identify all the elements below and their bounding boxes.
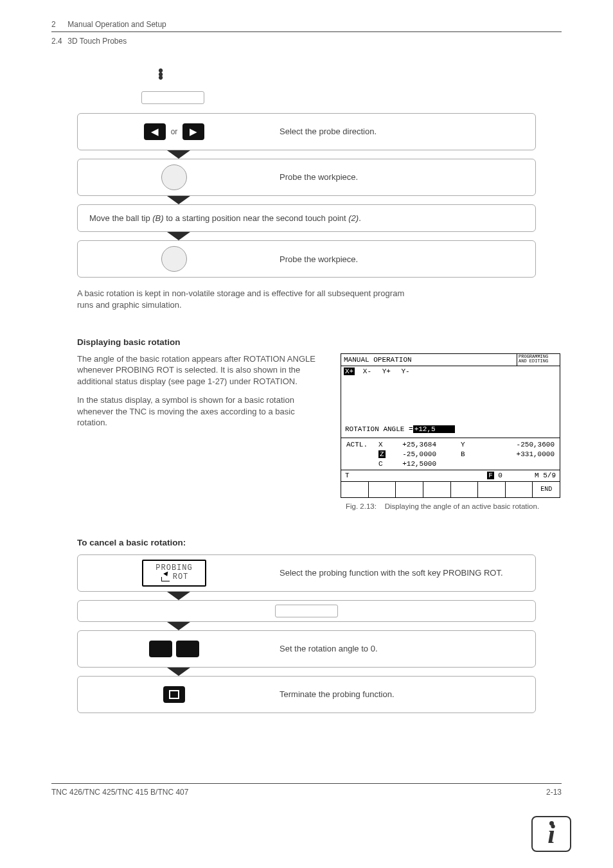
softkey[interactable] <box>423 482 451 497</box>
actual-values: ACTL. X+25,3684 Y-250,3600 Z-25,0000 B+3… <box>341 438 560 470</box>
val-b: +331,0000 <box>471 450 556 459</box>
numeric-key[interactable] <box>149 641 172 657</box>
flow-arrow-icon <box>167 592 190 600</box>
footer-left: TNC 426/TNC 425/TNC 415 B/TNC 407 <box>51 787 188 797</box>
val-y: -250,3600 <box>471 440 556 450</box>
softkey-line1: PROBING <box>155 564 192 572</box>
end-icon <box>169 690 179 699</box>
section-number: 2.4 <box>51 36 66 46</box>
flow-arrow-icon <box>167 232 190 240</box>
nc-start-button[interactable] <box>161 164 187 190</box>
screen-mode-label: PROGRAMMING AND EDITING <box>517 354 560 366</box>
arrow-right-key[interactable]: ▶ <box>182 123 204 140</box>
m-label: M <box>535 472 539 479</box>
step-text: Select the probing function with the sof… <box>271 561 535 585</box>
m-value: 5/9 <box>543 472 556 479</box>
softkey-row: END <box>341 481 560 497</box>
val-c: +12,5000 <box>389 459 438 469</box>
mode-line: AND EDITING <box>519 359 558 364</box>
step-select-direction: ◀ or ▶ Select the probe direction. <box>77 113 536 150</box>
paragraph: In the status display, a symbol is shown… <box>77 394 321 429</box>
chapter-number: 2 <box>51 19 66 30</box>
footer-right: 2-13 <box>546 787 562 797</box>
f-value: 0 <box>498 472 502 479</box>
step-move-text: Move the ball tip (B) to a starting posi… <box>77 204 536 233</box>
step-probe-2: Probe the workpiece. <box>77 240 536 278</box>
axis-softkeys: X+ X- Y+ Y- <box>341 366 560 376</box>
step-text: Probe the workpiece. <box>271 247 535 272</box>
softkey[interactable] <box>451 482 479 497</box>
screen-title: MANUAL OPERATION <box>344 355 514 365</box>
numeric-key[interactable] <box>176 641 199 657</box>
axis-xplus[interactable]: X+ <box>344 368 355 375</box>
rotation-label: ROTATION ANGLE = <box>345 425 413 433</box>
ref-b: (B) <box>152 213 163 223</box>
softkey[interactable] <box>478 482 506 497</box>
flow-arrow-icon <box>167 668 190 676</box>
or-label: or <box>171 127 178 137</box>
screen-mock: MANUAL OPERATION PROGRAMMING AND EDITING… <box>341 353 560 498</box>
rotation-value[interactable]: +12,5 <box>413 425 455 433</box>
probing-rot-softkey[interactable]: PROBING ROT <box>142 560 206 587</box>
page-footer: TNC 426/TNC 425/TNC 415 B/TNC 407 2-13 <box>51 783 562 797</box>
chapter-header: 2 Manual Operation and Setup <box>51 19 562 30</box>
val-x: +25,3684 <box>389 440 438 450</box>
continuation-dots-icon: ••• <box>154 69 167 80</box>
figure-caption: Fig. 2.13: Displaying the angle of an ac… <box>346 502 560 512</box>
nc-start-button[interactable] <box>161 246 187 272</box>
step-text: Set the rotation angle to 0. <box>271 637 535 661</box>
softkey-line2: ROT <box>173 573 189 581</box>
softkey-end[interactable]: END <box>533 482 560 497</box>
softkey[interactable] <box>369 482 396 497</box>
section-header: 2.4 3D Touch Probes <box>51 36 562 46</box>
subheading-display: Displaying basic rotation <box>77 337 562 348</box>
softkey-placeholder[interactable] <box>141 91 204 104</box>
step-cancel-zero: Set the rotation angle to 0. <box>77 630 536 668</box>
softkey[interactable] <box>506 482 533 497</box>
f-label: F <box>487 472 494 479</box>
flow-arrow-icon <box>167 150 190 159</box>
figure-text: Displaying the angle of an active basic … <box>385 502 539 510</box>
step-probe-1: Probe the workpiece. <box>77 159 536 196</box>
section-title: 3D Touch Probes <box>67 37 127 46</box>
info-icon: i <box>531 816 571 852</box>
text: . <box>359 213 361 223</box>
subheading-cancel: To cancel a basic rotation: <box>77 537 562 549</box>
t-label: T <box>345 471 375 481</box>
end-key[interactable] <box>163 686 185 703</box>
ref-2: (2) <box>348 213 359 223</box>
step-cancel-select: PROBING ROT Select the probing function … <box>77 554 536 592</box>
axis-xminus[interactable]: X- <box>363 368 371 375</box>
step-text: Terminate the probing function. <box>271 682 535 707</box>
blank-softkey-row <box>77 600 536 622</box>
flow-arrow-icon <box>167 196 190 204</box>
probing-icon <box>160 572 170 581</box>
actl-label: ACTL. <box>345 440 377 450</box>
text: Move the ball tip <box>89 213 152 223</box>
chapter-title: Manual Operation and Setup <box>67 20 166 29</box>
figure-number: Fig. 2.13: <box>346 502 377 510</box>
flow-arrow-icon <box>167 622 190 630</box>
softkey[interactable] <box>396 482 423 497</box>
paragraph: The angle of the basic rotation appears … <box>77 353 321 387</box>
step-text: Select the probe direction. <box>271 120 535 144</box>
val-z: -25,0000 <box>389 450 438 459</box>
arrow-left-key[interactable]: ◀ <box>144 123 166 140</box>
step-text: Probe the workpiece. <box>271 165 535 190</box>
softkey[interactable] <box>341 482 369 497</box>
axis-yplus[interactable]: Y+ <box>382 368 391 375</box>
axis-yminus[interactable]: Y- <box>401 368 409 375</box>
note-text: A basic rotation is kept in non-volatile… <box>77 288 411 310</box>
step-cancel-end: Terminate the probing function. <box>77 676 536 713</box>
divider <box>51 31 562 32</box>
softkey-placeholder[interactable] <box>275 605 338 617</box>
text: to a starting position near the second t… <box>164 213 349 223</box>
